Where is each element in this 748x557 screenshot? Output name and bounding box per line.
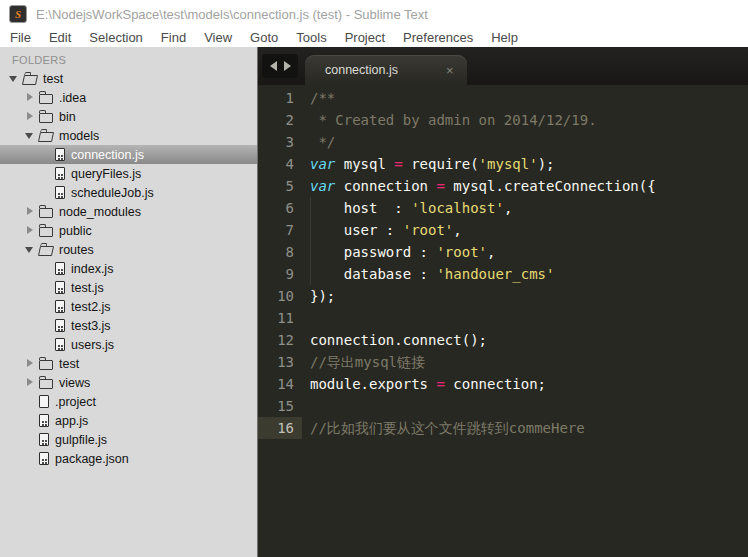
collapse-arrow-icon[interactable]: [24, 359, 39, 369]
window-title: E:\NodejsWorkSpace\test\models\connectio…: [36, 7, 428, 22]
code-line-9[interactable]: 9 database : 'handouer_cms': [258, 263, 748, 285]
collapse-arrow-icon[interactable]: [24, 226, 39, 236]
tab-connection-js[interactable]: connection.js ×: [305, 55, 467, 85]
code-line-10[interactable]: 10});: [258, 285, 748, 307]
line-text: password : 'root',: [302, 241, 495, 263]
tree-item-test[interactable]: test: [0, 69, 257, 88]
file-icon: [55, 167, 65, 180]
code-line-6[interactable]: 6 host : 'localhost',: [258, 197, 748, 219]
expand-arrow-icon[interactable]: [24, 131, 39, 141]
file-icon: [55, 186, 65, 199]
tab-close-icon[interactable]: ×: [446, 64, 454, 77]
tree-item-routes[interactable]: routes: [0, 240, 257, 259]
tree-item-models[interactable]: models: [0, 126, 257, 145]
arrow-spacer: [40, 188, 55, 198]
menu-goto[interactable]: Goto: [241, 30, 287, 45]
tree-item-app-js[interactable]: app.js: [0, 411, 257, 430]
code-line-5[interactable]: 5var connection = mysql.createConnection…: [258, 175, 748, 197]
folder-icon: [39, 227, 53, 237]
line-number: 1: [258, 87, 302, 109]
line-number: 8: [258, 241, 302, 263]
code-area[interactable]: 1/**2 * Created by admin on 2014/12/19.3…: [258, 85, 748, 557]
line-number: 16: [258, 417, 302, 439]
line-text: * Created by admin on 2014/12/19.: [302, 109, 597, 131]
collapse-arrow-icon[interactable]: [24, 378, 39, 388]
menu-help[interactable]: Help: [482, 30, 527, 45]
menu-project[interactable]: Project: [336, 30, 394, 45]
tree-item-label: views: [59, 376, 90, 390]
tree-item-label: test3.js: [71, 319, 111, 333]
tree-item-label: app.js: [55, 414, 88, 428]
code-line-16[interactable]: 16//比如我们要从这个文件跳转到commeHere: [258, 417, 748, 439]
code-line-11[interactable]: 11: [258, 307, 748, 329]
tree-item-users-js[interactable]: users.js: [0, 335, 257, 354]
file-icon: [55, 300, 65, 313]
tree-item-test-js[interactable]: test.js: [0, 278, 257, 297]
file-icon: [39, 452, 49, 465]
line-number: 6: [258, 197, 302, 219]
menu-tools[interactable]: Tools: [287, 30, 335, 45]
arrow-spacer: [24, 416, 39, 426]
tree-item-bin[interactable]: bin: [0, 107, 257, 126]
arrow-spacer: [40, 340, 55, 350]
code-line-7[interactable]: 7 user : 'root',: [258, 219, 748, 241]
collapse-arrow-icon[interactable]: [24, 112, 39, 122]
tree-item-label: .project: [55, 395, 96, 409]
tree-item--project[interactable]: .project: [0, 392, 257, 411]
tree-item-test3-js[interactable]: test3.js: [0, 316, 257, 335]
code-line-2[interactable]: 2 * Created by admin on 2014/12/19.: [258, 109, 748, 131]
tree-item-schedulejob-js[interactable]: scheduleJob.js: [0, 183, 257, 202]
tree-item-index-js[interactable]: index.js: [0, 259, 257, 278]
tree-item-package-json[interactable]: package.json: [0, 449, 257, 468]
editor-pane: connection.js × 1/**2 * Created by admin…: [258, 47, 748, 557]
code-line-3[interactable]: 3 */: [258, 131, 748, 153]
tree-item-label: connection.js: [71, 148, 144, 162]
menu-view[interactable]: View: [195, 30, 241, 45]
expand-arrow-icon[interactable]: [24, 245, 39, 255]
file-icon: [55, 262, 65, 275]
menu-find[interactable]: Find: [152, 30, 195, 45]
tree-item-connection-js[interactable]: connection.js: [0, 145, 257, 164]
menu-selection[interactable]: Selection: [80, 30, 151, 45]
expand-arrow-icon[interactable]: [8, 74, 23, 84]
code-line-8[interactable]: 8 password : 'root',: [258, 241, 748, 263]
tab-bar: connection.js ×: [258, 47, 748, 85]
menu-file[interactable]: File: [1, 30, 40, 45]
line-text: /**: [302, 87, 335, 109]
tree-item-node-modules[interactable]: node_modules: [0, 202, 257, 221]
code-line-13[interactable]: 13//导出mysql链接: [258, 351, 748, 373]
tree-item-test2-js[interactable]: test2.js: [0, 297, 257, 316]
collapse-arrow-icon[interactable]: [24, 93, 39, 103]
folder-icon: [38, 132, 54, 142]
next-tab-arrow-icon[interactable]: [284, 61, 291, 71]
code-line-12[interactable]: 12connection.connect();: [258, 329, 748, 351]
line-text: //比如我们要从这个文件跳转到commeHere: [302, 417, 585, 439]
tree-item-queryfiles-js[interactable]: queryFiles.js: [0, 164, 257, 183]
line-number: 14: [258, 373, 302, 395]
menu-preferences[interactable]: Preferences: [394, 30, 482, 45]
tree-item-views[interactable]: views: [0, 373, 257, 392]
tree-item-gulpfile-js[interactable]: gulpfile.js: [0, 430, 257, 449]
tree-item-test[interactable]: test: [0, 354, 257, 373]
folder-icon: [39, 360, 53, 370]
code-line-1[interactable]: 1/**: [258, 87, 748, 109]
sublime-logo-icon: S: [9, 5, 27, 23]
code-line-4[interactable]: 4var mysql = require('mysql');: [258, 153, 748, 175]
tree-item-label: bin: [59, 110, 76, 124]
file-icon: [55, 338, 65, 351]
tree-item-label: node_modules: [59, 205, 141, 219]
line-text: //导出mysql链接: [302, 351, 425, 373]
tree-item-public[interactable]: public: [0, 221, 257, 240]
line-number: 11: [258, 307, 302, 329]
code-line-14[interactable]: 14module.exports = connection;: [258, 373, 748, 395]
menu-edit[interactable]: Edit: [40, 30, 80, 45]
tree-item--idea[interactable]: .idea: [0, 88, 257, 107]
tree-item-label: test.js: [71, 281, 104, 295]
file-icon: [39, 414, 49, 427]
arrow-spacer: [40, 321, 55, 331]
collapse-arrow-icon[interactable]: [24, 207, 39, 217]
prev-tab-arrow-icon[interactable]: [270, 61, 277, 71]
line-number: 13: [258, 351, 302, 373]
code-line-15[interactable]: 15: [258, 395, 748, 417]
folder-icon: [39, 208, 53, 218]
